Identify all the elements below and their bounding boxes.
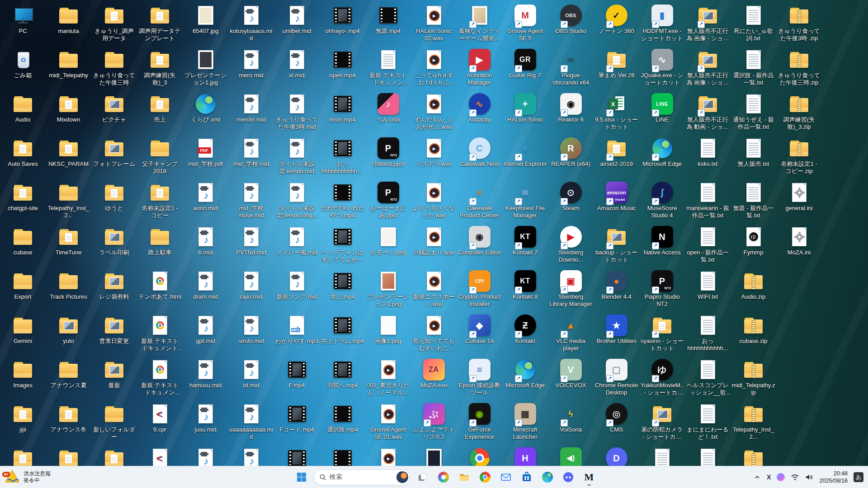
desktop-icon[interactable]: ヘルスコンプレッション__歌詞.txt xyxy=(685,358,731,402)
desktop-icon[interactable]: ♪gpt.mid xyxy=(183,314,228,358)
desktop-icon[interactable]: ∿↗Audacity xyxy=(457,92,502,136)
desktop-icon[interactable]: ♪PVTNd.mid xyxy=(228,225,274,269)
desktop-icon[interactable]: テンポあて.html xyxy=(137,269,183,314)
desktop-icon[interactable] xyxy=(46,446,91,466)
desktop-icon[interactable]: ↗syasinn - ショートカット xyxy=(639,314,685,358)
desktop-icon[interactable]: ゆうと xyxy=(91,181,137,225)
desktop-icon[interactable]: ↗無人販売不正行為 画像 - ショートカッ... xyxy=(685,4,731,48)
desktop-icon[interactable]: ◆↗Cubase 14 xyxy=(457,314,502,358)
desktop-icon[interactable]: ϟ↗VoiSona xyxy=(548,402,594,446)
desktop-icon[interactable]: ◉↗GeForce Experience xyxy=(457,402,502,446)
desktop-icon[interactable]: ピクチャ xyxy=(91,92,137,136)
desktop-icon[interactable]: ♪dram.mid xyxy=(183,269,228,314)
desktop-icon[interactable]: PDFmid_学校.pdf xyxy=(183,136,228,181)
desktop-icon[interactable]: ♪新規ソング.mid xyxy=(274,269,320,314)
x-tray-button[interactable]: X xyxy=(767,474,771,481)
desktop-icon[interactable]: Telepathy_Inst_2... xyxy=(46,181,91,225)
ime-icon[interactable]: あ xyxy=(854,472,863,482)
desktop-icon[interactable]: Audio xyxy=(0,92,46,136)
search-input[interactable]: 検索 xyxy=(314,469,410,485)
desktop-icon[interactable]: OBS↗OBS Studio xyxy=(548,4,594,48)
desktop-icon[interactable]: Export xyxy=(0,269,46,314)
desktop-icon[interactable]: ▶HALion Sonic 02.wav xyxy=(411,4,457,48)
desktop-icon[interactable]: yuto xyxy=(46,314,91,358)
desktop-icon[interactable]: ↗Microsoft Edge xyxy=(502,358,548,402)
desktop-icon[interactable]: 無題.mp4 xyxy=(365,4,411,48)
desktop-icon[interactable]: 死にたい_ゅ歌詞.txt xyxy=(731,4,776,48)
edge-button[interactable] xyxy=(539,468,556,486)
desktop-icon[interactable]: ♪uaaaaaaaaaa.mid xyxy=(228,402,274,446)
desktop-icon[interactable]: 65407.jpg xyxy=(183,4,228,48)
desktop-icon[interactable] xyxy=(457,446,502,466)
clock[interactable]: 20:48 2025/08/16 xyxy=(819,470,848,484)
desktop-icon[interactable]: ▮↗HDDFMT.exe - ショートカット xyxy=(639,4,685,48)
desktop-icon[interactable]: ✓↗ノートン 360 xyxy=(594,4,639,48)
desktop-icon[interactable]: Images xyxy=(0,358,46,402)
desktop-icon[interactable]: Gemini xyxy=(0,314,46,358)
desktop-icon[interactable]: ♪うみ.ustx xyxy=(365,92,411,136)
desktop-icon[interactable]: ▶よりうるさくなった.wav xyxy=(411,181,457,225)
desktop-icon[interactable]: CPI↗Crypton Product Installer xyxy=(457,269,502,314)
desktop-icon[interactable]: 新規 テキスト ドキュメント.html xyxy=(137,358,183,402)
desktop-icon[interactable]: chatgpt-site xyxy=(0,181,46,225)
desktop-icon[interactable]: Track Pictures xyxy=(46,269,91,314)
desktop-icon[interactable]: ♪mid_学校.mid xyxy=(228,136,274,181)
desktop-icon[interactable]: ▶パズドラ.wav xyxy=(411,136,457,181)
desktop-icon[interactable]: ◉↗Reaktor 6 xyxy=(548,92,594,136)
desktop-icon[interactable]: 名称未設定1 - コピー.zip xyxy=(776,136,822,181)
desktop-icon[interactable]: 調声用データテンプレート xyxy=(137,4,183,48)
desktop-icon[interactable]: 調声練習(失敗)_3.zip xyxy=(776,92,822,136)
desktop-icon[interactable] xyxy=(0,446,46,466)
desktop-icon[interactable]: 無題 - 親作品一覧.txt xyxy=(731,181,776,225)
desktop-icon[interactable]: ♪kotusytuaaus.mid xyxy=(228,4,274,48)
desktop-icon[interactable]: レジ袋有料 xyxy=(91,269,137,314)
desktop-icon[interactable]: ZAMoZA.exe xyxy=(411,358,457,402)
desktop-icon[interactable]: 売上 xyxy=(137,92,183,136)
desktop-icon[interactable]: まにまにわーるど！.txt xyxy=(685,402,731,446)
desktop-icon[interactable]: ♪xl.mid xyxy=(274,48,320,92)
desktop-icon[interactable]: cubase xyxy=(0,225,46,269)
desktop-icon[interactable]: ◎↗CMS xyxy=(594,402,639,446)
desktop-icon[interactable]: 選択肢.mp4 xyxy=(320,402,365,446)
desktop-icon[interactable]: ↗筆まめ Ver.28 xyxy=(594,48,639,92)
desktop-icon[interactable]: ♪umibet.mid xyxy=(274,4,320,48)
mail-button[interactable] xyxy=(497,468,514,486)
desktop-icon[interactable]: 営業日変更 xyxy=(91,314,137,358)
desktop-icon[interactable]: 路上駐車 xyxy=(137,225,183,269)
desktop-icon[interactable]: ♪メドレー風.mid xyxy=(274,225,320,269)
desktop-icon[interactable]: 名称未設定1 - コピー xyxy=(137,181,183,225)
desktop-icon[interactable]: 無人販売.txt xyxy=(731,136,776,181)
desktop-icon[interactable]: general.ini xyxy=(776,181,822,225)
start-button[interactable] xyxy=(293,468,310,486)
desktop-icon[interactable]: N↗Native Access xyxy=(639,225,685,269)
desktop-icon[interactable]: ♪ xyxy=(183,446,228,466)
volume-tray-button[interactable] xyxy=(805,474,813,481)
desktop-icon[interactable]: ▩↗Minecraft Launcher xyxy=(502,402,548,446)
desktop-icon[interactable]: open.mp4 xyxy=(320,48,365,92)
desktop-icon[interactable]: 最新 xyxy=(91,358,137,402)
desktop-icon[interactable]: manisekarin - 親作品一覧.txt xyxy=(685,181,731,225)
desktop-icon[interactable]: ★↗Brother Utilities xyxy=(594,314,639,358)
desktop-icon[interactable]: ↗backup - ショートカット xyxy=(594,225,639,269)
desktop-icon[interactable]: ゆFymmp xyxy=(731,225,776,269)
desktop-icon[interactable]: フォトフレーム xyxy=(91,136,137,181)
desktop-icon[interactable]: くらび.xml xyxy=(183,92,228,136)
desktop-icon[interactable] xyxy=(91,446,137,466)
desktop-icon[interactable]: H xyxy=(502,446,548,466)
desktop-icon[interactable]: ▶こってゅh d すお f d s b ふぁ.wav xyxy=(411,48,457,92)
discord-button[interactable] xyxy=(560,468,577,486)
desktop-icon[interactable]: < xyxy=(137,446,183,466)
desktop-icon[interactable]: ↗孤独なインディーゲーム開発者の一生 ... xyxy=(457,4,502,48)
desktop-icon[interactable]: おっ hhhhhhhhhhhhh... xyxy=(320,136,365,181)
desktop-icon[interactable]: ▶ずんだもん_しおかぜふ.wav xyxy=(411,92,457,136)
desktop-icon[interactable]: ▶↗Steinberg Downlo... xyxy=(548,225,594,269)
desktop-icon[interactable]: ▣↗Steinberg Library Manager xyxy=(548,269,594,314)
desktop-icon[interactable]: ↗家の防犯カメラ - ショートカット xyxy=(639,402,685,446)
desktop-icon[interactable]: jijii xyxy=(0,402,46,446)
desktop-icon[interactable]: Ƶ↗Kontakt xyxy=(502,314,548,358)
desktop-icon[interactable]: ↗airset2-2019 xyxy=(594,136,639,181)
task-view-button[interactable] xyxy=(414,468,431,486)
desktop-icon[interactable]: MoZA.ini xyxy=(776,225,822,269)
desktop-icon[interactable]: きゅうり食ってた午後三時 xyxy=(91,48,137,92)
desktop-icon[interactable]: きゅうり食ってた午後三時.zip xyxy=(776,48,822,92)
